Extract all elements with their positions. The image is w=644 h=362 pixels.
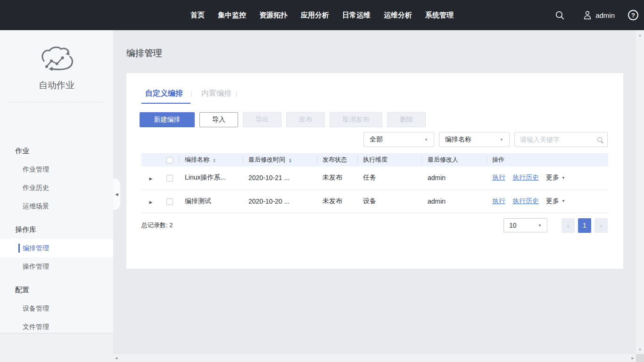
- column-label: 操作: [492, 156, 504, 163]
- horizontal-scrollbar[interactable]: ◀ ▶: [113, 354, 636, 362]
- tab-separator: [191, 91, 192, 97]
- select-all-checkbox[interactable]: [166, 157, 173, 164]
- sidebar-item-operation-mgmt[interactable]: 操作管理: [0, 257, 113, 276]
- nav-item-resource-topology[interactable]: 资源拓扑: [259, 11, 288, 20]
- publish-button[interactable]: 发布: [286, 112, 325, 127]
- sidebar-item-label: 文件管理: [23, 323, 49, 331]
- keyword-search-input[interactable]: [520, 136, 594, 143]
- table-row: ▶ 编排测试 2020-10-20 ... 未发布 设备 admin 执行 执行…: [141, 189, 608, 213]
- app-title: 自动作业: [0, 79, 113, 91]
- pager: ‹ 1 ›: [561, 218, 608, 233]
- row-checkbox[interactable]: [166, 175, 173, 181]
- status-filter-value: 全部: [370, 135, 383, 144]
- field-filter-select[interactable]: 编排名称 ▼: [439, 132, 510, 147]
- sidebar-item-orchestration-mgmt[interactable]: 编排管理: [0, 239, 113, 257]
- expand-row-icon[interactable]: ▶: [149, 200, 153, 205]
- header-checkbox-cell: [160, 153, 179, 166]
- import-button[interactable]: 导入: [199, 112, 238, 127]
- cell-exec-dimension: 任务: [357, 166, 422, 189]
- sidebar-item-device-mgmt[interactable]: 设备管理: [0, 299, 113, 318]
- pagination-controls: 10 ▼ ‹ 1 ›: [504, 218, 608, 233]
- sidebar-menu: 作业 作业管理 作业历史 运维场景 操作库 编排管理 操作管理 配置 设备管理 …: [0, 142, 113, 354]
- keyword-search-box: [514, 132, 608, 147]
- execute-history-link[interactable]: 执行历史: [512, 173, 539, 182]
- more-label: 更多: [546, 197, 559, 206]
- column-header-exec-dimension: 执行维度: [357, 153, 422, 166]
- scroll-right-icon[interactable]: ▶: [632, 356, 634, 360]
- column-header-last-modifier: 最后修改人: [422, 153, 487, 166]
- pagination-page-1[interactable]: 1: [578, 218, 591, 233]
- sidebar-collapse-handle[interactable]: ◀: [113, 178, 121, 210]
- nav-item-app-analysis[interactable]: 应用分析: [301, 11, 329, 20]
- collapse-left-icon: ◀: [115, 192, 118, 197]
- cell-publish-status: 未发布: [317, 166, 357, 189]
- search-icon[interactable]: [555, 10, 565, 20]
- nav-item-home[interactable]: 首页: [190, 11, 205, 20]
- vertical-scrollbar[interactable]: ▲ ▼: [636, 30, 644, 354]
- help-icon[interactable]: [628, 10, 638, 20]
- column-header-name[interactable]: 编排名称▲▼: [179, 153, 243, 166]
- topnav-right-group: admin: [555, 0, 638, 30]
- pagination-next-button[interactable]: ›: [594, 218, 608, 233]
- column-label: 执行维度: [363, 156, 388, 163]
- scroll-left-icon[interactable]: ◀: [115, 356, 117, 360]
- user-menu[interactable]: admin: [583, 10, 615, 20]
- field-filter-value: 编排名称: [445, 135, 471, 144]
- status-filter-select[interactable]: 全部 ▼: [363, 132, 434, 147]
- execute-history-link[interactable]: 执行历史: [512, 197, 539, 206]
- orchestration-table: 编排名称▲▼ 最后修改时间▲▼ 发布状态 执行维度 最后修改人 操作 ▶ Lin…: [141, 153, 608, 213]
- tab-custom-orchestration[interactable]: 自定义编排: [141, 89, 190, 104]
- more-label: 更多: [546, 173, 559, 182]
- tab-builtin-orchestration[interactable]: 内置编排: [198, 89, 235, 104]
- nav-item-ops-analysis[interactable]: 运维分析: [384, 11, 412, 20]
- sidebar-item-job-mgmt[interactable]: 作业管理: [0, 160, 113, 179]
- execute-link[interactable]: 执行: [492, 173, 505, 182]
- nav-item-system-mgmt[interactable]: 系统管理: [425, 11, 454, 20]
- row-checkbox[interactable]: [166, 198, 173, 205]
- expand-row-icon[interactable]: ▶: [149, 176, 153, 181]
- column-header-modified-time[interactable]: 最后修改时间▲▼: [243, 153, 317, 166]
- sidebar-item-ops-scenario[interactable]: 运维场景: [0, 197, 113, 215]
- more-menu-button[interactable]: 更多▼: [546, 197, 565, 206]
- sidebar-section-operation-lib-label: 操作库: [0, 221, 113, 239]
- row-actions: 执行 执行历史 更多▼: [492, 173, 608, 182]
- page-size-select[interactable]: 10 ▼: [504, 218, 547, 232]
- sidebar-item-label: 编排管理: [23, 244, 49, 253]
- sort-icons[interactable]: ▲▼: [213, 158, 216, 163]
- sidebar-section-operation-lib: 操作库 编排管理 操作管理: [0, 221, 113, 276]
- sidebar-divider: [8, 102, 105, 102]
- more-menu-button[interactable]: 更多▼: [546, 173, 565, 182]
- cell-name: 编排测试: [179, 189, 243, 213]
- active-indicator: [18, 244, 20, 253]
- export-button[interactable]: 导出: [243, 112, 281, 127]
- sidebar: 自动作业 作业 作业管理 作业历史 运维场景 操作库 编排管理 操作管理 配置 …: [0, 30, 113, 333]
- search-icon[interactable]: [597, 137, 602, 142]
- column-label: 编排名称: [185, 156, 209, 163]
- sidebar-item-job-history[interactable]: 作业历史: [0, 179, 113, 197]
- nav-item-central-monitoring[interactable]: 集中监控: [218, 11, 246, 20]
- user-icon: [583, 10, 592, 20]
- scroll-down-icon[interactable]: ▼: [636, 346, 644, 353]
- pagination-prev-button[interactable]: ‹: [561, 218, 575, 233]
- create-orchestration-button[interactable]: 新建编排: [140, 112, 195, 127]
- nav-item-daily-ops[interactable]: 日常运维: [342, 11, 371, 20]
- sort-icons[interactable]: ▲▼: [289, 158, 292, 163]
- sidebar-section-job-label: 作业: [0, 142, 113, 160]
- toolbar: 新建编排 导入 导出 发布 取消发布 删除: [140, 112, 426, 127]
- chevron-down-icon: ▼: [538, 223, 542, 228]
- column-label: 最后修改时间: [248, 156, 285, 163]
- cell-modified-time: 2020-10-21 ...: [243, 166, 317, 189]
- sidebar-item-label: 操作管理: [23, 263, 49, 271]
- unpublish-button[interactable]: 取消发布: [330, 112, 382, 127]
- column-label: 最后修改人: [428, 156, 458, 163]
- header-expand-cell: [141, 153, 160, 166]
- delete-button[interactable]: 删除: [387, 112, 426, 127]
- chevron-down-icon: ▼: [561, 176, 565, 180]
- total-records-label: 总记录数: 2: [141, 221, 173, 230]
- execute-link[interactable]: 执行: [492, 197, 505, 206]
- sidebar-item-label: 作业管理: [23, 165, 49, 174]
- column-label: 发布状态: [322, 156, 347, 163]
- scroll-up-icon[interactable]: ▲: [636, 31, 644, 39]
- cell-exec-dimension: 设备: [357, 189, 422, 213]
- cell-modified-time: 2020-10-20 ...: [243, 189, 317, 213]
